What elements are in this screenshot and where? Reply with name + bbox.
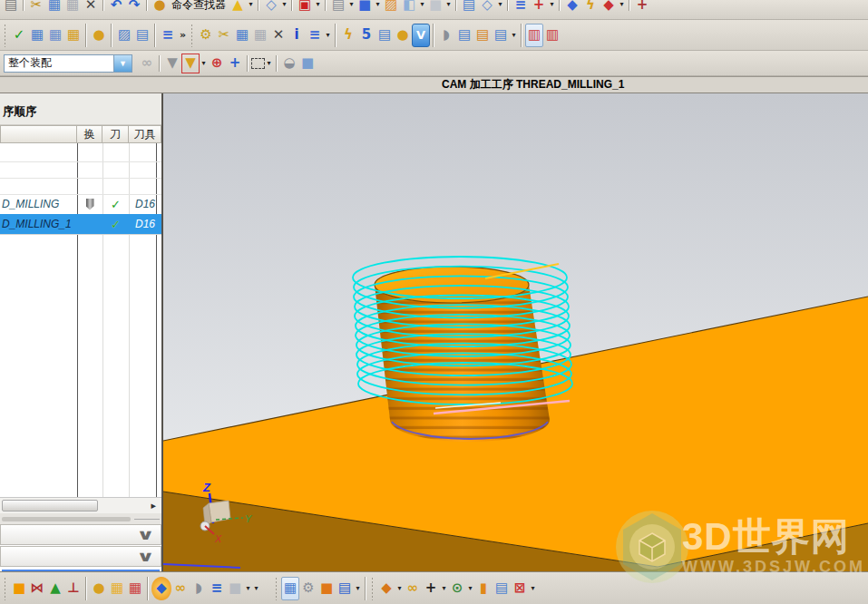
measure-tree-icon[interactable]: ▤ xyxy=(336,577,354,600)
dropdown-arrow-icon[interactable]: ▾ xyxy=(395,577,404,600)
operation-info-icon[interactable]: i xyxy=(288,24,306,47)
press-book-icon[interactable]: ▤ xyxy=(493,577,511,600)
plus-icon[interactable]: + xyxy=(422,577,440,600)
scrollbar-thumb[interactable] xyxy=(2,500,98,511)
csys-icon[interactable]: + xyxy=(530,0,548,15)
dropdown-arrow-icon[interactable]: ▾ xyxy=(510,24,518,47)
cut-icon[interactable]: ✂ xyxy=(27,0,45,15)
tool-tree-icon[interactable]: ⚙ xyxy=(299,577,317,600)
dropdown-arrow-icon[interactable]: ▾ xyxy=(244,577,252,600)
workpiece-icon[interactable]: ▦ xyxy=(28,24,46,47)
replay-toolpath-icon[interactable]: 5 xyxy=(357,24,375,47)
shaded-view-icon[interactable]: ■ xyxy=(298,54,317,73)
handle-icon[interactable]: ● xyxy=(90,577,108,600)
sparkle-icon[interactable]: ▲ xyxy=(229,0,247,15)
dropdown-arrow-icon[interactable]: ▾ xyxy=(200,54,208,73)
dropdown-arrow-icon[interactable]: ▾ xyxy=(314,0,322,15)
operation-row[interactable]: D_MILLING ✓ D16 xyxy=(0,194,161,214)
snap-point-icon[interactable]: ⊕ xyxy=(208,54,226,73)
report-icon[interactable]: ▤ xyxy=(133,24,151,47)
tool-holder-icon[interactable]: ◗ xyxy=(190,577,208,600)
combo-dropdown-button[interactable]: ▼ xyxy=(113,55,132,72)
column-name[interactable] xyxy=(0,125,77,143)
dropdown-arrow-icon[interactable]: ▾ xyxy=(444,0,453,15)
list-icon[interactable]: ≡ xyxy=(512,0,530,15)
nav-sphere-icon[interactable]: ◆ xyxy=(151,577,171,600)
interpart-link-icon[interactable]: ∞ xyxy=(138,54,156,73)
gouge-check-icon[interactable]: ● xyxy=(394,24,412,47)
type-filter-icon[interactable]: ▼ xyxy=(181,54,200,73)
object-list-icon[interactable]: ≡ xyxy=(306,24,324,47)
splitter-bar[interactable] xyxy=(0,513,161,524)
command-finder-icon[interactable]: ● xyxy=(151,0,169,15)
hide-filter-icon[interactable]: ▼ xyxy=(163,54,181,73)
snap-csys-icon[interactable]: + xyxy=(633,0,651,15)
chain-link-icon[interactable]: ∞ xyxy=(171,577,190,600)
window-style-icon[interactable]: ◇ xyxy=(262,0,280,15)
undo-icon[interactable]: ↶ xyxy=(107,0,125,15)
column-tool[interactable]: 刀具 xyxy=(129,125,161,143)
face-style-icon[interactable]: ▨ xyxy=(382,0,400,15)
pane-icon[interactable]: ■ xyxy=(426,0,444,15)
program-order-view-icon[interactable]: ▥ xyxy=(525,24,543,47)
visual-diamond-icon[interactable]: ◆ xyxy=(600,0,618,15)
window-layout-icon[interactable]: ▦ xyxy=(281,577,299,600)
splitter-thumb[interactable] xyxy=(2,517,131,521)
scroll-right-icon[interactable]: ▸ xyxy=(151,500,156,511)
dropdown-arrow-icon[interactable]: ▾ xyxy=(440,577,448,600)
copy-operation-icon[interactable]: ▦ xyxy=(233,24,251,47)
machine-tool-view-icon[interactable]: ▥ xyxy=(543,24,561,47)
toolbar-overflow-icon[interactable]: » xyxy=(177,24,189,47)
fit-view-icon[interactable]: ▣ xyxy=(296,0,314,15)
dropdown-arrow-icon[interactable]: ▾ xyxy=(466,577,474,600)
chevron-down-icon[interactable]: ∨ xyxy=(136,526,155,543)
sequence-icon[interactable]: ▦ xyxy=(126,577,144,600)
clip-section-icon[interactable]: ◒ xyxy=(280,54,298,73)
dropdown-arrow-icon[interactable]: ▾ xyxy=(354,577,362,600)
perpendicular-icon[interactable]: ⊥ xyxy=(64,577,83,600)
bounding-box-icon[interactable]: ⊠ xyxy=(511,577,529,600)
dropdown-arrow-icon[interactable]: ▾ xyxy=(548,0,556,15)
dropdown-arrow-icon[interactable]: ▾ xyxy=(265,54,273,73)
export-doc-icon[interactable]: ▤ xyxy=(460,0,478,15)
graphics-viewport[interactable]: Z Y X xyxy=(163,93,868,571)
object-tree-icon[interactable]: ■ xyxy=(317,577,336,600)
dropdown-arrow-icon[interactable]: ▾ xyxy=(252,577,260,600)
gray-cube-icon[interactable]: ■ xyxy=(226,577,244,600)
paste-icon[interactable]: ▦ xyxy=(63,0,82,15)
operation-list-icon[interactable]: ≡ xyxy=(159,24,177,47)
verify-toolpath-icon[interactable]: ▤ xyxy=(375,24,394,47)
redo-icon[interactable]: ↷ xyxy=(125,0,143,15)
shaded-style-icon[interactable]: ◧ xyxy=(400,0,418,15)
operation-name[interactable]: D_MILLING_1 xyxy=(0,214,77,234)
cut-operation-icon[interactable]: ✂ xyxy=(215,24,233,47)
display-diamond-icon[interactable]: ◆ xyxy=(563,0,581,15)
dropdown-arrow-icon[interactable]: ▾ xyxy=(418,0,426,15)
postprocess-icon[interactable]: ▤ xyxy=(455,24,473,47)
dropdown-arrow-icon[interactable]: ▾ xyxy=(347,0,356,15)
plotter-icon[interactable]: ▤ xyxy=(329,0,347,15)
rect-select-icon[interactable] xyxy=(251,58,265,69)
navigator-table-body[interactable]: D_MILLING ✓ D16 D_MILLING_1 ✓ D16 xyxy=(0,143,161,497)
dropdown-arrow-icon[interactable]: ▾ xyxy=(496,0,504,15)
thread-boss[interactable] xyxy=(375,267,550,442)
paste-operation-icon[interactable]: ▦ xyxy=(251,24,269,47)
operation-row-selected[interactable]: D_MILLING_1 ✓ D16 xyxy=(0,214,161,234)
shop-doc-icon[interactable]: ▤ xyxy=(473,24,492,47)
dropdown-arrow-icon[interactable]: ▾ xyxy=(374,0,382,15)
selection-scope-combo[interactable]: 整个装配 ▼ xyxy=(4,54,132,73)
tool-display-icon[interactable]: ◗ xyxy=(437,24,455,47)
collapsed-section-1[interactable]: ∨ xyxy=(0,524,161,545)
analysis-icon[interactable]: ◆ xyxy=(377,577,395,600)
edit-operation-icon[interactable]: ⚙ xyxy=(197,24,215,47)
cylinder-check-icon[interactable]: ▮ xyxy=(474,577,493,600)
turntable-icon[interactable]: ⊙ xyxy=(448,577,466,600)
verify-program-icon[interactable]: ✓ xyxy=(10,24,28,47)
dropdown-arrow-icon[interactable]: ▾ xyxy=(618,0,626,15)
generate-toolpath-icon[interactable]: ϟ xyxy=(339,24,357,47)
collapsed-section-2[interactable]: ∨ xyxy=(0,546,161,567)
info-tree-icon[interactable]: ≡ xyxy=(208,577,226,600)
output-doc-icon[interactable]: ▤ xyxy=(492,24,510,47)
rings-icon[interactable]: ∞ xyxy=(404,577,422,600)
solid-cube-icon[interactable]: ■ xyxy=(356,0,374,15)
